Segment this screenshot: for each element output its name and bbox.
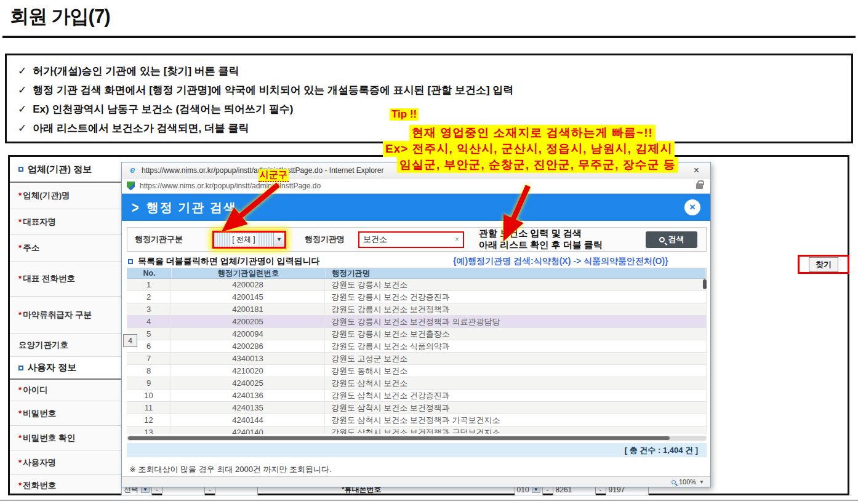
table-row[interactable]: 34200181강원도 강릉시 보건소 보건정책과: [127, 303, 707, 316]
col-header-no: No.: [127, 268, 172, 278]
table-row[interactable]: 54200094강원도 강릉시 보건소 보건출장소: [127, 328, 707, 340]
search-example-hint: {예)행정기관명 검색:식약청(X) -> 식품의약품안전처(O)}: [453, 256, 668, 267]
field-label-text: *마약류취급자 구분: [18, 310, 92, 321]
checklist-item: ✓행정 기관 검색 화면에서 [행정 기관명]에 약국에 비치되어 있는 개설등…: [18, 81, 840, 100]
institution-name-cell: 강원도 강릉시 보건소 식품의약과: [325, 340, 707, 352]
square-bullet-icon: [128, 259, 133, 264]
internet-explorer-icon: e: [128, 166, 137, 175]
row-number-cell: 3: [127, 303, 171, 315]
table-row[interactable]: 44200205강원도 강릉시 보건소 보건정책과 의료관광담당: [127, 316, 707, 328]
address-bar[interactable]: https://www.nims.or.kr/popup/instt/admin…: [122, 178, 710, 194]
serial-number-cell: 4200181: [171, 303, 325, 315]
table-row[interactable]: 124240144강원도 삼척시 보건소 보건정책과 가곡보건지소: [127, 414, 707, 426]
find-button[interactable]: 찾기: [809, 257, 838, 272]
institution-name-cell: 강원도 삼척시 보건소 보건정책과 근덕보건지소: [325, 426, 707, 434]
table-row[interactable]: 14200028강원도 강릉시 보건소: [127, 279, 707, 291]
drag-count-badge: 4: [123, 334, 137, 347]
required-mark: *: [18, 310, 22, 319]
field-label-text: *업체(기관)명: [18, 190, 70, 201]
checklist-item-text: 행정 기관 검색 화면에서 [행정 기관명]에 약국에 비치되어 있는 개설등록…: [33, 84, 513, 96]
address-url: https://www.nims.or.kr/popup/instt/admin…: [140, 182, 696, 190]
row-number-cell: 11: [127, 402, 171, 414]
form-field-label: *비밀번호: [10, 401, 122, 426]
popup-title: 행정 기관 검색: [146, 199, 237, 216]
institution-table-body: 14200028강원도 강릉시 보건소24200145강원도 강릉시 보건소 건…: [127, 279, 707, 434]
checklist-item: ✓허가(개설)승인 기관에 있는 [찾기] 버튼 클릭: [18, 62, 840, 81]
org-type-label: 행정기관구분: [135, 234, 183, 245]
form-field-label: *대표 전화번호: [10, 262, 122, 297]
table-row[interactable]: 84210020강원도 동해시 보건소: [127, 365, 707, 377]
table-row[interactable]: 134240140강원도 삼척시 보건소 보건정책과 근덕보건지소: [127, 426, 707, 434]
popup-header: > 행정 기관 검색 ×: [122, 194, 710, 221]
checkmark-icon: ✓: [18, 65, 26, 77]
search-form: 행정기관구분 [ 전체 ] ▼ 행정기관명 × 관할 보건소 입력 및 검색 아…: [127, 227, 707, 252]
required-mark: *: [18, 409, 22, 418]
institution-name-cell: 강원도 삼척시 보건소 보건정책과: [325, 402, 707, 414]
horizontal-scrollbar[interactable]: [127, 436, 707, 441]
org-name-label: 행정기관명: [305, 234, 345, 245]
required-mark: *: [18, 217, 22, 226]
search-button[interactable]: 검색: [646, 231, 697, 248]
org-type-select[interactable]: [ 전체 ]: [214, 233, 273, 247]
chevron-down-icon[interactable]: ▼: [699, 479, 704, 485]
checkmark-icon: ✓: [18, 103, 26, 115]
checkmark-icon: ✓: [18, 84, 26, 96]
chevron-down-icon[interactable]: ▼: [273, 233, 284, 247]
form-section-header: 사용자 정보: [10, 357, 122, 380]
field-label-text: *사용자명: [18, 457, 56, 468]
field-label-text: *비밀번호 확인: [18, 433, 75, 444]
institution-name-cell: 강원도 강릉시 보건소: [325, 279, 707, 290]
checkmark-icon: ✓: [18, 122, 26, 134]
search-instruction-note: 관할 보건소 입력 및 검색 아래 리스트 확인 후 더블 클릭: [479, 228, 603, 251]
serial-number-cell: 4210020: [171, 365, 325, 377]
zoom-level[interactable]: 100%: [679, 478, 696, 486]
form-field-label: *주소: [10, 235, 122, 262]
serial-number-cell: 4200094: [171, 328, 325, 340]
tip-line: Ex> 전주시, 익산시, 군산시, 정읍시, 남원시, 김제시: [383, 141, 675, 157]
required-mark: *: [18, 243, 22, 252]
row-number-cell: 13: [127, 426, 171, 434]
serial-number-cell: 4200145: [171, 291, 325, 303]
row-number-cell: 7: [127, 353, 171, 364]
serial-number-cell: 4240135: [171, 402, 325, 414]
page-bottom-divider: [0, 500, 858, 501]
form-field-label: *전화번호: [10, 475, 122, 495]
section-title: 업체(기관) 정보: [28, 164, 92, 175]
horizontal-scrollbar-thumb[interactable]: [128, 436, 670, 440]
clear-input-icon[interactable]: ×: [455, 235, 459, 244]
table-row[interactable]: 74340013강원도 고성군 보건소: [127, 353, 707, 365]
row-number-cell: 2: [127, 291, 171, 303]
search-instruction-line: 아래 리스트 확인 후 더블 클릭: [479, 239, 603, 251]
row-number-cell: 10: [127, 390, 171, 401]
institution-table: No. 행정기관일련번호 행정기관명 14200028강원도 강릉시 보건소24…: [127, 268, 707, 434]
org-name-input[interactable]: [363, 235, 455, 244]
table-row[interactable]: 104240136강원도 삼척시 보건소 건강증진과: [127, 390, 707, 402]
checklist-item: ✓Ex) 인천광역시 남동구 보건소 (검색어는 띄어쓰기 필수): [18, 100, 840, 119]
row-number-cell: 8: [127, 365, 171, 377]
table-row[interactable]: 64200286강원도 강릉시 보건소 식품의약과: [127, 340, 707, 353]
serial-number-cell: 4200286: [171, 340, 325, 352]
row-number-cell: 12: [127, 414, 171, 426]
org-name-input-highlight: ×: [358, 231, 464, 248]
table-row[interactable]: 24200145강원도 강릉시 보건소 건강증진과: [127, 291, 707, 303]
popup-close-button[interactable]: ×: [684, 199, 700, 215]
table-row[interactable]: 114240135강원도 삼척시 보건소 보건정책과: [127, 402, 707, 414]
table-row[interactable]: 94240025강원도 삼척시 보건소: [127, 377, 707, 390]
field-label-text: *주소: [18, 242, 39, 254]
form-field-label: *아이디: [10, 380, 122, 401]
org-type-select-highlight: [ 전체 ] ▼: [212, 231, 286, 249]
security-shield-icon: [127, 182, 135, 191]
institution-name-cell: 강원도 고성군 보건소: [325, 353, 707, 364]
window-close-button[interactable]: ×: [689, 165, 704, 176]
vertical-scrollbar-thumb[interactable]: [703, 279, 707, 289]
field-label-text: *전화번호: [18, 480, 56, 491]
list-hint-row: 목록을 더블클릭하면 업체/기관명이 입력됩니다 {예)행정기관명 검색:식약청…: [128, 256, 707, 267]
tip-line: 임실군, 부안군, 순창군, 진안군, 무주군, 장수군 등: [397, 157, 678, 173]
required-mark: *: [18, 433, 22, 442]
total-count-bar: [ 총 건수 : 1,404 건 ]: [127, 443, 707, 457]
institution-name-cell: 강원도 강릉시 보건소 건강증진과: [325, 291, 707, 303]
serial-number-cell: 4240136: [171, 390, 325, 401]
org-type-value: [ 전체 ]: [231, 234, 256, 246]
form-field-label: *마약류취급자 구분: [10, 297, 122, 334]
field-label-text: *대표 전화번호: [18, 273, 75, 284]
